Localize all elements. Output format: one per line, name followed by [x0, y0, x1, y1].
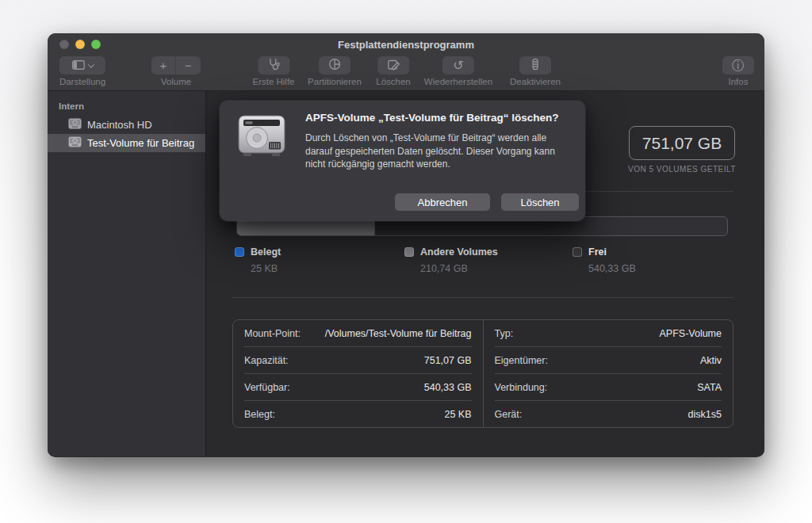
- detail-label: Kapazität:: [244, 355, 289, 366]
- chevron-down-icon: [87, 61, 94, 67]
- unmount-button[interactable]: [519, 56, 551, 74]
- legend-swatch-andere-volumes: [404, 247, 414, 257]
- legend-item-belegt: Belegt 25 KB: [235, 246, 281, 274]
- erase-label: Löschen: [376, 77, 410, 86]
- sidebar-layout-icon: [71, 59, 84, 72]
- erase-button[interactable]: [377, 56, 409, 74]
- restore-label: Wiederherstellen: [424, 77, 492, 86]
- legend-value: 540,33 GB: [588, 263, 636, 274]
- detail-row-kapazitaet: Kapazität: 751,07 GB: [244, 347, 472, 374]
- detail-value: 25 KB: [444, 409, 471, 420]
- titlebar[interactable]: Festplattendienstprogramm: [48, 33, 764, 54]
- legend-value: 25 KB: [251, 263, 281, 274]
- toolbar-group-unmount: Deaktivieren: [510, 56, 561, 86]
- partition-label: Partitionieren: [308, 77, 362, 86]
- dialog-buttons: Abbrechen Löschen: [395, 193, 579, 211]
- stethoscope-icon: [267, 58, 280, 73]
- delete-button[interactable]: Löschen: [501, 193, 579, 211]
- first-aid-label: Erste Hilfe: [252, 77, 294, 86]
- detail-value: 540,33 GB: [424, 382, 472, 393]
- toolbar-group-volume: + − Volume: [151, 56, 201, 86]
- detail-row-belegt: Belegt: 25 KB: [244, 401, 472, 427]
- toolbar-group-first-aid: Erste Hilfe: [252, 56, 294, 86]
- legend-swatch-frei: [573, 247, 582, 257]
- erase-icon: [387, 58, 400, 73]
- detail-row-typ: Typ: APFS-Volume: [495, 320, 722, 347]
- minimize-button[interactable]: [75, 40, 85, 49]
- legend-label: Andere Volumes: [420, 246, 498, 258]
- volume-segmented-control: + −: [151, 56, 201, 74]
- detail-label: Verbindung:: [495, 382, 548, 393]
- detail-value: Aktiv: [700, 355, 722, 366]
- window-header: Festplattendienstprogramm Darstellung +: [48, 33, 764, 91]
- pie-chart-icon: [328, 58, 341, 73]
- detail-row-eigentuemer: Eigentümer: Aktiv: [495, 347, 722, 374]
- sidebar-item-label: Test-Volume für Beitrag: [87, 137, 194, 149]
- legend-item-andere-volumes: Andere Volumes 210,74 GB: [404, 246, 498, 274]
- volume-size-box: 751,07 GB: [629, 126, 735, 160]
- unmount-capsule-icon: [529, 58, 542, 73]
- detail-row-verbindung: Verbindung: SATA: [495, 374, 722, 401]
- toolbar-group-info: ⓘ Infos: [722, 56, 754, 86]
- sidebar-item-macintosh-hd[interactable]: Macintosh HD: [48, 116, 205, 134]
- detail-value: disk1s5: [688, 409, 722, 420]
- add-volume-button[interactable]: +: [151, 56, 176, 74]
- sidebar-section-intern: Intern: [48, 101, 205, 111]
- dialog-title: APFS-Volume „Test-Volume für Beitrag“ lö…: [305, 111, 573, 125]
- disk-utility-window: Festplattendienstprogramm Darstellung +: [48, 33, 764, 457]
- toolbar-group-erase: Löschen: [376, 56, 410, 86]
- toolbar-group-partition: Partitionieren: [308, 56, 362, 86]
- info-button[interactable]: ⓘ: [722, 56, 754, 74]
- remove-volume-button[interactable]: −: [176, 56, 201, 74]
- detail-label: Belegt:: [244, 409, 275, 420]
- detail-value: /Volumes/Test-Volume für Beitrag: [325, 328, 472, 339]
- detail-value: 751,07 GB: [424, 355, 472, 366]
- partition-button[interactable]: [319, 56, 350, 74]
- sidebar-item-label: Macintosh HD: [87, 119, 152, 131]
- plus-icon: +: [160, 59, 167, 72]
- sidebar: Intern Macintosh HD Test-Volume für Beit…: [48, 91, 206, 456]
- internal-drive-icon: [68, 118, 82, 132]
- view-button-label: Darstellung: [59, 77, 105, 86]
- legend-value: 210,74 GB: [420, 263, 498, 274]
- hard-drive-icon: [236, 112, 287, 162]
- first-aid-button[interactable]: [258, 56, 289, 74]
- detail-label: Verfügbar:: [244, 382, 290, 393]
- info-label: Infos: [729, 77, 749, 86]
- close-button[interactable]: [59, 40, 69, 49]
- internal-drive-icon: [68, 136, 82, 150]
- cancel-button[interactable]: Abbrechen: [395, 193, 490, 211]
- legend-swatch-belegt: [235, 247, 244, 257]
- delete-volume-dialog: APFS-Volume „Test-Volume für Beitrag“ lö…: [220, 101, 585, 221]
- restore-button[interactable]: ↺: [442, 56, 474, 74]
- legend-label: Frei: [588, 246, 607, 258]
- window-title: Festplattendienstprogramm: [48, 33, 764, 51]
- detail-label: Typ:: [495, 328, 514, 339]
- shared-volumes-note: VON 5 VOLUMES GETEILT: [621, 165, 743, 174]
- unmount-label: Deaktivieren: [510, 77, 561, 86]
- detail-row-verfuegbar: Verfügbar: 540,33 GB: [244, 374, 472, 401]
- toolbar: Darstellung + − Volume Erste Hilf: [48, 54, 764, 91]
- sidebar-item-test-volume[interactable]: Test-Volume für Beitrag: [48, 134, 205, 152]
- view-button[interactable]: [59, 56, 105, 74]
- volume-size-value: 751,07 GB: [642, 134, 722, 153]
- info-icon: ⓘ: [732, 59, 745, 72]
- toolbar-group-darstellung: Darstellung: [59, 56, 105, 86]
- volume-group-label: Volume: [161, 77, 191, 86]
- zoom-button[interactable]: [91, 40, 101, 49]
- detail-value: APFS-Volume: [659, 328, 722, 339]
- detail-label: Gerät:: [495, 409, 523, 420]
- detail-row-geraet: Gerät: disk1s5: [495, 401, 722, 427]
- detail-label: Mount-Point:: [244, 328, 301, 339]
- traffic-lights: [59, 40, 101, 49]
- legend-label: Belegt: [251, 246, 281, 258]
- detail-row-mount-point: Mount-Point: /Volumes/Test-Volume für Be…: [244, 320, 472, 347]
- toolbar-group-restore: ↺ Wiederherstellen: [424, 56, 492, 86]
- restore-arrow-icon: ↺: [453, 59, 463, 72]
- volume-details-panel: Mount-Point: /Volumes/Test-Volume für Be…: [232, 319, 733, 428]
- detail-label: Eigentümer:: [495, 355, 548, 366]
- divider: [232, 297, 733, 298]
- minus-icon: −: [185, 59, 192, 72]
- detail-value: SATA: [697, 382, 722, 393]
- dialog-message: Durch Löschen von „Test-Volume für Beitr…: [305, 132, 573, 171]
